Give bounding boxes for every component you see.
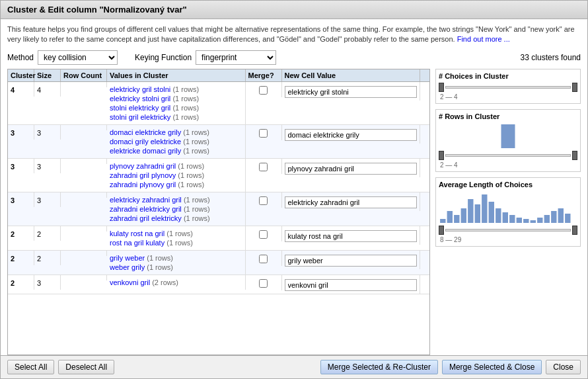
- size-num: 3: [34, 192, 61, 207]
- merge-close-button[interactable]: Merge Selected & Close: [442, 360, 542, 374]
- close-button[interactable]: Close: [546, 360, 581, 374]
- cell-value-input[interactable]: [285, 129, 418, 141]
- values-cell: elektricky zahradni gril (1 rows) zahrad…: [107, 192, 246, 226]
- cell-value-input[interactable]: [285, 230, 418, 242]
- scroll-cell: [420, 226, 429, 232]
- table-body[interactable]: 4 4 elektricky gril stolni (1 rows) elek…: [8, 82, 429, 355]
- cluster-num: 3: [8, 125, 34, 140]
- merge-checkbox[interactable]: [259, 163, 268, 171]
- rows-slider-left[interactable]: [439, 151, 444, 160]
- svg-rect-6: [475, 204, 480, 223]
- avg-chart-title: Average Length of Choices: [439, 181, 577, 189]
- dialog-footer: Select All Deselect All Merge Selected &…: [1, 355, 587, 378]
- svg-rect-11: [509, 215, 515, 223]
- svg-rect-10: [503, 212, 508, 223]
- merge-checkbox[interactable]: [259, 279, 268, 288]
- choices-slider-left[interactable]: [439, 83, 444, 92]
- svg-rect-14: [531, 220, 536, 223]
- rows-slider-right[interactable]: [572, 151, 577, 160]
- size-num: 2: [34, 226, 61, 241]
- choices-slider-track[interactable]: [445, 86, 571, 89]
- svg-rect-12: [517, 218, 522, 223]
- rows-chart-title: # Rows in Cluster: [439, 112, 577, 120]
- choices-chart-title: # Choices in Cluster: [439, 72, 577, 80]
- merge-recluster-button[interactable]: Merge Selected & Re-Cluster: [320, 360, 438, 374]
- merge-checkbox-cell: [246, 226, 282, 241]
- cluster-num: 4: [8, 82, 34, 97]
- row-count: [61, 125, 107, 130]
- cluster-table: Cluster Size Row Count Values in Cluster…: [7, 69, 430, 355]
- select-all-button[interactable]: Select All: [7, 360, 54, 374]
- row-count: [61, 275, 107, 280]
- cell-value-input[interactable]: [285, 279, 418, 291]
- find-out-more-link[interactable]: Find out more ...: [457, 35, 510, 43]
- scroll-cell: [420, 275, 429, 280]
- th-newvalue: New Cell Value: [282, 69, 421, 81]
- size-num: 2: [34, 251, 61, 265]
- svg-rect-7: [482, 194, 487, 223]
- merge-checkbox-cell: [246, 192, 282, 208]
- values-cell: kulaty rost na gril (1 rows) rost na gri…: [107, 226, 246, 250]
- merge-checkbox[interactable]: [259, 129, 268, 138]
- values-cell: domaci elektricke grily (1 rows) domaci …: [107, 125, 246, 158]
- avg-slider-left[interactable]: [439, 226, 444, 235]
- svg-rect-2: [447, 211, 453, 223]
- th-cluster: Cluster: [8, 69, 34, 81]
- cell-value-input[interactable]: [285, 163, 418, 175]
- svg-rect-8: [489, 202, 494, 223]
- merge-checkbox-cell: [246, 251, 282, 266]
- keying-select[interactable]: fingerprint ngram-fingerprint metaphone3…: [196, 50, 276, 65]
- row-count: [61, 159, 107, 164]
- merge-checkbox[interactable]: [259, 230, 268, 239]
- values-cell: grily weber (1 rows) weber grily (1 rows…: [107, 251, 246, 274]
- svg-rect-18: [558, 208, 564, 223]
- table-row: 2 2 kulaty rost na gril (1 rows) rost na…: [8, 226, 429, 251]
- size-num: 3: [34, 125, 61, 140]
- dialog-body: This feature helps you find groups of di…: [1, 19, 587, 355]
- table-row: 2 2 grily weber (1 rows) weber grily (1 …: [8, 251, 429, 275]
- scroll-cell: [420, 82, 429, 87]
- th-rowcount: Row Count: [61, 69, 107, 81]
- table-row: 4 4 elektricky gril stolni (1 rows) elek…: [8, 82, 429, 125]
- svg-rect-17: [551, 211, 556, 223]
- cell-value-cell: [282, 226, 421, 245]
- avg-slider-right[interactable]: [572, 226, 577, 235]
- avg-axis: 8 — 29: [439, 236, 577, 243]
- avg-histogram: [439, 191, 577, 224]
- rows-histogram: [439, 123, 577, 149]
- choices-slider-right[interactable]: [572, 83, 577, 92]
- avg-slider: [439, 226, 577, 235]
- table-header: Cluster Size Row Count Values in Cluster…: [8, 69, 429, 82]
- dialog-title: Cluster & Edit column "Normalizovaný tva…: [1, 1, 587, 19]
- cluster-edit-dialog: Cluster & Edit column "Normalizovaný tva…: [0, 0, 588, 379]
- rows-slider-track[interactable]: [445, 154, 571, 157]
- svg-rect-3: [454, 215, 459, 223]
- cluster-num: 3: [8, 159, 34, 173]
- scroll-cell: [420, 159, 429, 164]
- row-count: [61, 251, 107, 256]
- cell-value-cell: [282, 82, 421, 101]
- cell-value-input[interactable]: [285, 196, 418, 208]
- deselect-all-button[interactable]: Deselect All: [58, 360, 114, 374]
- keying-label: Keying Function: [135, 53, 192, 62]
- row-count: [61, 82, 107, 87]
- svg-rect-4: [461, 208, 466, 223]
- clusters-found: 33 clusters found: [521, 53, 581, 62]
- merge-checkbox[interactable]: [259, 86, 268, 95]
- merge-checkbox-cell: [246, 159, 282, 174]
- rows-axis: 2 — 4: [439, 161, 577, 169]
- svg-rect-15: [537, 218, 542, 223]
- cell-value-input[interactable]: [285, 255, 418, 267]
- method-select[interactable]: key collision nearest neighbor: [38, 50, 118, 65]
- cell-value-cell: [282, 159, 421, 177]
- merge-checkbox-cell: [246, 82, 282, 97]
- choices-slider: [439, 83, 577, 92]
- sidebar-charts: # Choices in Cluster 2 — 4 # Rows in Clu…: [435, 69, 581, 355]
- merge-checkbox[interactable]: [259, 255, 268, 263]
- svg-rect-0: [501, 124, 515, 148]
- cell-value-input[interactable]: [285, 86, 418, 98]
- merge-checkbox[interactable]: [259, 196, 268, 205]
- row-count: [61, 226, 107, 232]
- avg-chart-section: Average Length of Choices: [435, 177, 581, 247]
- avg-slider-track[interactable]: [445, 229, 571, 232]
